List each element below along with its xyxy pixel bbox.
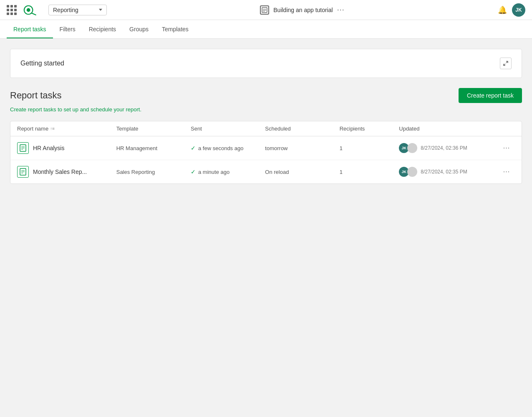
report-name-cell: HR Analysis — [17, 142, 116, 154]
col-recipients: Recipients — [340, 126, 399, 132]
svg-point-1 — [27, 8, 30, 12]
qlik-logo — [22, 4, 40, 16]
section-header: Report tasks Create report task — [10, 88, 522, 103]
avatar-placeholder — [407, 143, 417, 153]
sort-icon: ↑≡ — [50, 126, 55, 131]
bell-icon[interactable]: 🔔 — [498, 5, 507, 15]
col-scheduled: Scheduled — [265, 126, 339, 132]
section-subtitle: Create report tasks to set up and schedu… — [10, 106, 522, 113]
check-icon: ✓ — [191, 145, 196, 151]
getting-started-card: Getting started — [10, 49, 522, 78]
tab-filters[interactable]: Filters — [53, 20, 82, 38]
app-selector[interactable]: Reporting — [48, 5, 107, 15]
tab-report-tasks[interactable]: Report tasks — [7, 20, 53, 38]
topbar: Reporting Building an app tutorial ··· 🔔… — [0, 0, 532, 20]
row1-updated: JK 8/27/2024, 02:36 PM — [399, 143, 498, 153]
row2-date: 8/27/2024, 02:35 PM — [421, 169, 467, 175]
row1-template: HR Management — [116, 145, 191, 151]
table-header: Report name ↑≡ Template Sent Scheduled R… — [10, 121, 522, 136]
row2-updated: JK 8/27/2024, 02:35 PM — [399, 167, 498, 177]
getting-started-title: Getting started — [20, 60, 64, 67]
col-sent: Sent — [191, 126, 265, 132]
tutorial-icon — [260, 5, 269, 15]
col-updated: Updated — [399, 126, 498, 132]
report-tasks-table: Report name ↑≡ Template Sent Scheduled R… — [10, 121, 522, 184]
tutorial-text: Building an app tutorial — [273, 7, 333, 13]
row1-date: 8/27/2024, 02:36 PM — [421, 145, 467, 151]
section-title: Report tasks — [10, 90, 62, 101]
svg-line-2 — [31, 13, 35, 15]
row2-sent: ✓ a minute ago — [191, 168, 265, 175]
main-content: Getting started Report tasks Create repo… — [0, 39, 532, 194]
table-row: HR Analysis HR Management ✓ a few second… — [10, 136, 522, 160]
col-template: Template — [116, 126, 191, 132]
row1-sent: ✓ a few seconds ago — [191, 145, 265, 151]
avatar-placeholder — [407, 167, 417, 177]
center-section: Building an app tutorial ··· — [112, 5, 493, 15]
row1-more-button[interactable]: ··· — [498, 144, 515, 152]
app-selector-text: Reporting — [53, 7, 96, 13]
tab-recipients[interactable]: Recipients — [82, 20, 123, 38]
tutorial-more-icon[interactable]: ··· — [337, 5, 345, 14]
row1-scheduled: tomorrow — [265, 145, 339, 151]
right-icons: 🔔 JK — [498, 3, 525, 17]
row2-more-button[interactable]: ··· — [498, 168, 515, 176]
row1-avatars: JK — [399, 143, 417, 153]
report-icon — [17, 166, 29, 178]
col-report-name[interactable]: Report name ↑≡ — [17, 126, 116, 132]
row2-template: Sales Reporting — [116, 169, 191, 175]
tab-navigation: Report tasks Filters Recipients Groups T… — [0, 20, 532, 39]
user-avatar[interactable]: JK — [512, 3, 525, 17]
row1-name[interactable]: HR Analysis — [33, 145, 64, 151]
chevron-down-icon — [99, 9, 102, 11]
row2-recipients: 1 — [340, 169, 399, 175]
row2-name[interactable]: Monthly Sales Rep... — [33, 168, 87, 175]
row1-recipients: 1 — [340, 145, 399, 151]
expand-icon[interactable] — [500, 58, 512, 69]
check-icon: ✓ — [191, 168, 196, 175]
tab-templates[interactable]: Templates — [155, 20, 195, 38]
report-name-cell: Monthly Sales Rep... — [17, 166, 116, 178]
tab-groups[interactable]: Groups — [123, 20, 155, 38]
grid-menu-icon[interactable] — [7, 5, 17, 15]
row2-avatars: JK — [399, 167, 417, 177]
table-row: Monthly Sales Rep... Sales Reporting ✓ a… — [10, 160, 522, 183]
report-icon — [17, 142, 29, 154]
row2-scheduled: On reload — [265, 169, 339, 175]
create-report-task-button[interactable]: Create report task — [459, 88, 522, 103]
